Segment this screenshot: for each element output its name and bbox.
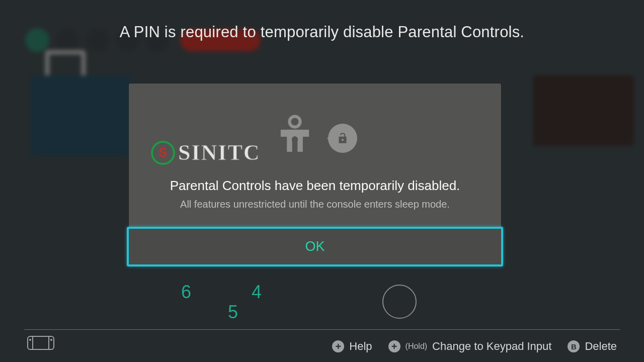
svg-rect-5 bbox=[293, 139, 296, 145]
hint-prefix: (Hold) bbox=[406, 342, 428, 351]
hint-keypad[interactable]: (Hold) Change to Keypad Input bbox=[388, 340, 552, 353]
dialog-heading: Parental Controls have been temporarily … bbox=[149, 178, 481, 194]
hint-label: Change to Keypad Input bbox=[432, 340, 551, 353]
pin-wheel-digit: 4 bbox=[252, 282, 262, 303]
plus-icon bbox=[388, 340, 400, 352]
pin-wheel-digit: 5 bbox=[228, 302, 238, 323]
parental-person-icon bbox=[273, 115, 317, 159]
page-title: A PIN is required to temporarily disable… bbox=[0, 23, 644, 41]
ok-button[interactable]: OK bbox=[129, 228, 501, 264]
pin-wheel: 6 5 4 bbox=[181, 282, 262, 303]
hint-delete[interactable]: B Delete bbox=[568, 340, 617, 353]
pin-wheel-digit: 6 bbox=[181, 282, 191, 303]
dialog-subtext: All features unrestricted until the cons… bbox=[149, 199, 481, 210]
controller-icon bbox=[27, 336, 54, 352]
unlock-icon bbox=[336, 132, 349, 145]
button-hints: Help (Hold) Change to Keypad Input B Del… bbox=[332, 340, 617, 353]
footer-divider bbox=[24, 329, 620, 330]
svg-point-0 bbox=[289, 117, 300, 127]
b-button-icon: B bbox=[568, 340, 580, 352]
hint-help[interactable]: Help bbox=[332, 340, 372, 353]
ok-button-label: OK bbox=[305, 239, 325, 254]
svg-point-10 bbox=[50, 339, 52, 341]
pin-selection-ring bbox=[382, 285, 417, 319]
hint-label: Delete bbox=[585, 340, 617, 353]
plus-icon bbox=[332, 340, 344, 352]
dialog-icon-cluster bbox=[149, 114, 481, 159]
svg-point-9 bbox=[29, 339, 31, 341]
svg-rect-6 bbox=[28, 336, 54, 349]
confirmation-dialog: Parental Controls have been temporarily … bbox=[129, 83, 501, 264]
hint-label: Help bbox=[349, 340, 372, 353]
unlock-bubble-icon bbox=[328, 124, 357, 153]
